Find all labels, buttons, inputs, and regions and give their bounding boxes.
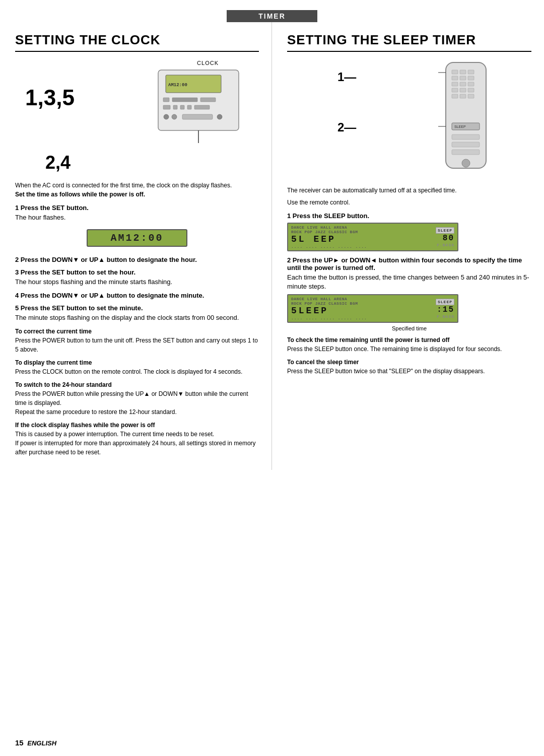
sleep-display-main-2: 5LEEP (291, 306, 367, 316)
svg-rect-6 (163, 105, 170, 109)
timer-banner: TIMER (227, 10, 317, 22)
step3-heading: 3 Press the SET button to set the hour. (15, 268, 259, 276)
svg-rect-9 (187, 105, 191, 109)
right-column: SETTING THE SLEEP TIMER 1— 2— (272, 22, 544, 470)
clock-intro-text: When the AC cord is connected for the fi… (15, 181, 259, 199)
left-column: SETTING THE CLOCK CLOCK 1,3,5 AM12:00 (0, 22, 272, 470)
check-body: Press the SLEEP button once. The remaini… (287, 345, 531, 354)
sleep-display-1-wrapper: DANCE LIVE HALL ARENA ROCK POP JAZZ CLAS… (287, 223, 531, 251)
svg-rect-36 (452, 150, 480, 155)
svg-rect-35 (452, 142, 480, 147)
step5-heading: 5 Press the SET button to set the minute… (15, 304, 259, 312)
clock-display: AM12:00 (87, 229, 187, 247)
callout-1: 1— (337, 70, 356, 84)
right-intro: The receiver can be automatically turned… (287, 186, 531, 195)
sleep-display-1: DANCE LIVE HALL ARENA ROCK POP JAZZ CLAS… (287, 223, 458, 251)
svg-rect-22 (468, 76, 474, 80)
svg-text:SLEEP: SLEEP (454, 125, 466, 128)
svg-rect-25 (468, 82, 474, 86)
svg-rect-27 (460, 88, 466, 92)
sleep-display-main-1: 5L EEP (291, 234, 367, 244)
cancel-heading: To cancel the sleep timer (287, 359, 531, 366)
svg-rect-4 (172, 98, 197, 102)
svg-rect-13 (182, 114, 213, 119)
svg-rect-18 (460, 70, 466, 74)
sleep-display-right-2: :15 (436, 305, 454, 314)
sleep-display-2-left: DANCE LIVE HALL ARENA ROCK POP JAZZ CLAS… (291, 297, 367, 320)
sleep-display-2-right-area: SLEEP :15 F.BASS (436, 298, 454, 319)
sleep-display-dots-2: .... .... ..... ..... .... (291, 316, 367, 320)
step3-body: The hour stops flashing and the minute s… (15, 278, 259, 287)
svg-rect-31 (468, 94, 474, 98)
use-remote: Use the remote control. (287, 198, 531, 207)
step1-body: The hour flashes. (15, 213, 259, 222)
sleep-display-bottom-right-1: F.BASS (436, 243, 454, 247)
clock-illustration: CLOCK 1,3,5 AM12:00 (15, 60, 259, 176)
receiver-drawing: AM12:00 (148, 65, 249, 166)
sleep-display-tabs-2: ROCK POP JAZZ CLASSIC BGM (291, 230, 367, 234)
sleep-display-1-left: DANCE LIVE HALL ARENA ROCK POP JAZZ CLAS… (291, 225, 367, 249)
step5-body: The minute stops flashing on the display… (15, 313, 259, 322)
svg-rect-10 (194, 105, 210, 109)
sub3-heading: To switch to the 24-hour standard (15, 381, 259, 388)
svg-rect-20 (452, 76, 458, 80)
sleep-display-dots-1: .... .... ..... ..... .... (291, 244, 367, 249)
cancel-body: Press the SLEEP button twice so that "SL… (287, 367, 531, 376)
svg-rect-17 (452, 70, 458, 74)
sleep-display-tabs-1: DANCE LIVE HALL ARENA (291, 225, 367, 230)
svg-rect-7 (173, 105, 177, 109)
sub3-body: Press the POWER button while pressing th… (15, 389, 259, 417)
sleep-display-1-inner: DANCE LIVE HALL ARENA ROCK POP JAZZ CLAS… (291, 225, 454, 249)
svg-rect-30 (460, 94, 466, 98)
main-container: SETTING THE CLOCK CLOCK 1,3,5 AM12:00 (0, 22, 544, 470)
right-step2-heading: 2 Press the UP► or DOWN◄ button within f… (287, 256, 531, 271)
svg-point-11 (164, 114, 169, 119)
right-section-title: SETTING THE SLEEP TIMER (287, 32, 531, 52)
svg-rect-28 (468, 88, 474, 92)
svg-rect-24 (460, 82, 466, 86)
sleep-display-2-wrapper: DANCE LIVE HALL ARENA ROCK POP JAZZ CLAS… (287, 294, 531, 331)
svg-point-12 (172, 114, 177, 119)
right-step2-body: Each time the button is pressed, the tim… (287, 273, 531, 291)
sub4-heading: If the clock display flashes while the p… (15, 422, 259, 429)
clock-display-area: AM12:00 (15, 225, 259, 251)
sleep-btn-label-2: SLEEP (436, 299, 454, 305)
sub4-body: This is caused by a power interruption. … (15, 430, 259, 457)
svg-rect-21 (460, 76, 466, 80)
svg-rect-5 (200, 98, 216, 102)
svg-rect-19 (468, 70, 474, 74)
sleep-display-right-1: 80 (436, 234, 454, 243)
svg-rect-8 (180, 105, 184, 109)
callout-2: 2— (337, 120, 356, 134)
right-step1-heading: 1 Press the SLEEP button. (287, 212, 531, 220)
step2-heading: 2 Press the DOWN▼ or UP▲ button to desig… (15, 256, 259, 263)
remote-svg: SLEEP (431, 60, 501, 171)
sleep-display-tabs-3: DANCE LIVE HALL ARENA (291, 297, 367, 301)
sleep-display-1-right-area: SLEEP 80 F.BASS (436, 227, 454, 247)
sub2-body: Press the CLOCK button on the remote con… (15, 367, 259, 376)
step4-heading: 4 Press the DOWN▼ or UP▲ button to desig… (15, 292, 259, 299)
footer: 15 ENGLISH (15, 738, 56, 747)
left-section-title: SETTING THE CLOCK (15, 32, 259, 52)
sleep-display-bottom-right-2: F.BASS (436, 314, 454, 319)
svg-rect-3 (163, 98, 169, 102)
sleep-display-2-inner: DANCE LIVE HALL ARENA ROCK POP JAZZ CLAS… (291, 297, 454, 320)
svg-rect-34 (452, 134, 480, 140)
svg-text:AM12:00: AM12:00 (168, 83, 187, 88)
step-label-135: 1,3,5 (25, 85, 75, 110)
sub2-heading: To display the current time (15, 359, 259, 366)
sleep-display-tabs-4: ROCK POP JAZZ CLASSIC BGM (291, 301, 367, 306)
timer-banner-text: TIMER (258, 12, 286, 20)
step-label-24: 2,4 (45, 152, 71, 173)
specified-time-label: Specified time (287, 325, 531, 331)
check-heading: To check the time remaining until the po… (287, 336, 531, 343)
sub1-heading: To correct the current time (15, 328, 259, 335)
svg-rect-23 (452, 82, 458, 86)
svg-rect-29 (452, 94, 458, 98)
sleep-display-2: DANCE LIVE HALL ARENA ROCK POP JAZZ CLAS… (287, 294, 458, 323)
step1-heading: 1 Press the SET button. (15, 204, 259, 212)
footer-number: 15 (15, 738, 24, 747)
footer-language: ENGLISH (27, 739, 56, 747)
sleep-btn-label-1: SLEEP (436, 227, 454, 234)
remote-illustration: 1— 2— (287, 60, 531, 176)
